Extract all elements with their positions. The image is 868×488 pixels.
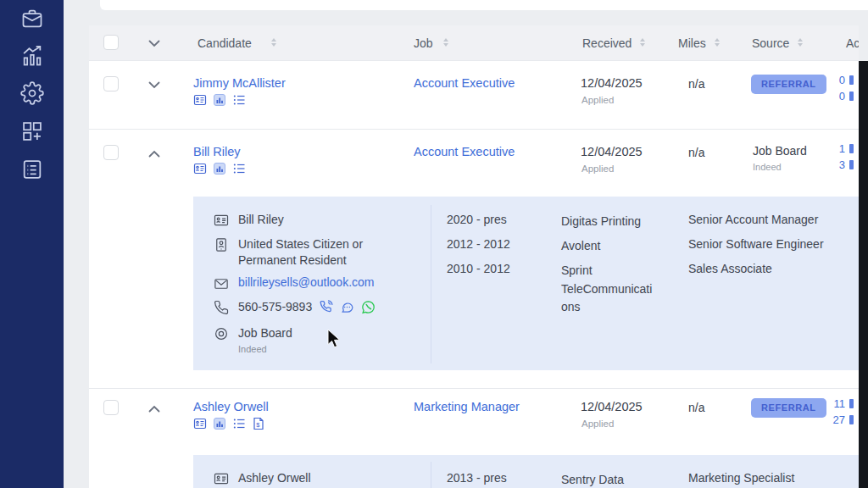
candidate-action-icons <box>193 162 246 175</box>
source-badge: REFERRAL <box>751 75 826 94</box>
job-link[interactable]: Account Executive <box>414 145 515 158</box>
received-date: 12/04/2025 <box>581 76 643 90</box>
row-checkbox[interactable] <box>103 400 119 415</box>
row-collapse-chevron-up-icon[interactable] <box>148 405 160 413</box>
received-status: Applied <box>581 95 614 105</box>
work-company: Sentry Data <box>561 471 656 488</box>
miles-value: n/a <box>688 146 704 159</box>
sms-chat-icon[interactable] <box>340 300 354 314</box>
candidates-table: Candidate Job Received Miles Source Acti… <box>89 25 859 488</box>
detail-source-title: Job Board <box>238 326 292 340</box>
money-doc-icon[interactable]: $ <box>252 417 265 430</box>
chart-card-icon[interactable] <box>213 93 226 107</box>
row-checkbox[interactable] <box>103 145 119 160</box>
sort-candidate-icon[interactable] <box>271 38 276 47</box>
received-status: Applied <box>581 419 614 429</box>
work-title: Sales Associate <box>688 262 858 275</box>
detail-source-item: Job Board Indeed <box>214 325 292 354</box>
work-dates: 2013 - pres <box>447 471 507 485</box>
col-header-activity: Acti <box>846 25 859 61</box>
detail-name-item: Ashley Orwell <box>214 470 311 486</box>
citizen-badge-icon <box>214 237 229 252</box>
candidate-detail-panel-bill-riley: Bill Riley United States Citizen or Perm… <box>193 197 859 370</box>
work-dates: 2012 - 2012 <box>447 237 510 251</box>
col-header-received[interactable]: Received <box>582 25 632 61</box>
ats-candidate-list-screen: Candidate Job Received Miles Source Acti… <box>0 0 868 488</box>
top-card-edge <box>100 0 868 10</box>
envelope-icon <box>214 276 229 291</box>
work-dates: 2010 - 2012 <box>447 262 510 275</box>
svg-text:$: $ <box>256 421 260 429</box>
activity-icon-fragment <box>849 92 854 101</box>
contact-card-icon <box>214 471 229 486</box>
job-link[interactable]: Marketing Manager <box>414 400 520 413</box>
candidate-name-link[interactable]: Bill Riley <box>193 145 241 158</box>
activity-count-bottom[interactable]: 27 <box>830 413 854 426</box>
received-date: 12/04/2025 <box>581 400 643 413</box>
work-dates: 2020 - pres <box>447 213 507 226</box>
chart-card-icon[interactable] <box>213 417 226 430</box>
id-card-icon[interactable] <box>193 417 207 430</box>
id-card-icon[interactable] <box>193 162 207 175</box>
sort-source-icon[interactable] <box>798 38 803 47</box>
detail-citizenship-item: United States Citizen or Permanent Resid… <box>214 236 389 269</box>
candidate-row-bill-riley: Bill Riley Account Executive 12/04/2025 … <box>89 129 859 197</box>
candidate-name-link[interactable]: Jimmy McAllister <box>193 76 286 90</box>
activity-count-bottom[interactable]: 3 <box>830 158 854 171</box>
select-all-checkbox[interactable] <box>103 35 119 50</box>
activity-icon-fragment <box>849 160 854 169</box>
phone-number: 560-575-9893 <box>238 299 312 315</box>
analytics-icon[interactable] <box>20 44 44 68</box>
col-header-source[interactable]: Source <box>752 25 789 61</box>
briefcase-icon[interactable] <box>20 7 44 30</box>
whatsapp-icon[interactable] <box>361 300 376 314</box>
sort-job-icon[interactable] <box>443 38 448 47</box>
row-collapse-chevron-up-icon[interactable] <box>148 150 160 158</box>
checklist-icon[interactable] <box>232 162 246 175</box>
id-card-icon[interactable] <box>193 93 207 107</box>
sort-received-icon[interactable] <box>640 38 645 47</box>
work-title: Marketing Specialist <box>688 471 858 485</box>
activity-count-bottom[interactable]: 0 <box>830 90 854 103</box>
checklist-icon[interactable] <box>232 417 246 430</box>
row-checkbox[interactable] <box>103 76 119 92</box>
contact-card-icon <box>214 213 229 228</box>
panel-divider <box>431 205 431 363</box>
panel-divider <box>431 462 431 488</box>
activity-count-top[interactable]: 0 <box>830 74 854 86</box>
clipboard-list-icon[interactable] <box>20 158 44 181</box>
activity-icon-fragment <box>849 399 854 408</box>
work-company: Avolent <box>561 237 656 256</box>
email-link[interactable]: billrileysells@outlook.com <box>238 275 375 289</box>
candidate-name-link[interactable]: Ashley Orwell <box>193 400 269 413</box>
received-date: 12/04/2025 <box>581 145 643 158</box>
col-header-miles[interactable]: Miles <box>678 25 706 61</box>
candidate-action-icons: $ <box>193 417 265 430</box>
work-title: Senior Account Manager <box>688 213 858 226</box>
activity-icon-fragment <box>849 144 854 153</box>
sort-miles-icon[interactable] <box>715 38 720 47</box>
header-chevron-down-icon[interactable] <box>148 40 160 48</box>
received-status: Applied <box>581 164 614 174</box>
work-title: Senior Software Engineer <box>688 237 858 251</box>
col-header-job[interactable]: Job <box>414 25 433 61</box>
activity-count-top[interactable]: 11 <box>830 397 854 410</box>
activity-icon-fragment <box>849 415 854 424</box>
phone-icon <box>214 300 229 315</box>
candidate-action-icons <box>193 93 246 107</box>
activity-count-top[interactable]: 1 <box>830 142 854 155</box>
sidebar <box>0 0 64 488</box>
chart-card-icon[interactable] <box>213 162 226 175</box>
phone-call-icon[interactable] <box>319 300 333 314</box>
miles-value: n/a <box>688 77 704 91</box>
job-link[interactable]: Account Executive <box>414 76 515 90</box>
row-expand-chevron-down-icon[interactable] <box>148 81 160 90</box>
col-header-candidate[interactable]: Candidate <box>198 25 252 61</box>
source-subtitle: Indeed <box>753 162 782 172</box>
miles-value: n/a <box>688 401 704 414</box>
settings-gear-icon[interactable] <box>20 81 44 105</box>
work-company: Sprint TeleCommunications <box>561 262 656 317</box>
mouse-cursor <box>327 329 342 349</box>
checklist-icon[interactable] <box>232 93 246 107</box>
add-widget-icon[interactable] <box>20 119 44 143</box>
